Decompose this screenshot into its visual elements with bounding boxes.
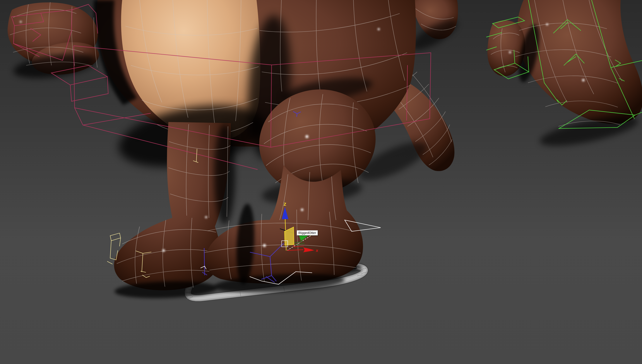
viewport: Z x RiggedOtter — [0, 0, 642, 364]
gizmo-z-label: Z — [284, 202, 286, 206]
gizmo-x-label: x — [316, 248, 318, 253]
selection-tooltip: RiggedOtter — [297, 230, 318, 236]
viewport-canvas[interactable]: Z x — [0, 0, 642, 364]
